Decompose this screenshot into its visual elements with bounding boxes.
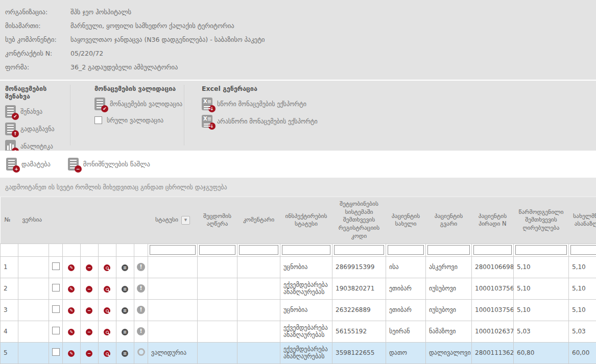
row-personal-n-cell: 28001066980 [472,256,514,278]
info-row-subcomponent: სუბ კომპონენტი: საყოველთაო ჯანდაცვა (N36… [5,36,65,43]
row-first-name-cell: ისა [386,256,426,278]
export-valid-button[interactable]: ↓ სწორი მონაცემების ექსპორტი [202,98,355,110]
validate-button[interactable]: ✔ მონაცემების ვალიდაცია [94,98,184,110]
full-validation-option: სრული ვალიდაცია [94,116,184,124]
case-cost-filter-input[interactable] [515,245,567,255]
add-row-button[interactable]: + დამატება [6,158,51,171]
reg-code-filter-input[interactable] [334,245,384,255]
row-case-cost-cell: 5,10 [514,256,569,278]
export-valid-label: სწორი მონაცემების ექსპორტი [217,101,306,108]
row-status-cell [148,299,198,321]
row-error-cell [198,278,237,299]
status-filter-input[interactable] [150,245,196,255]
info-row-organization: ორგანიზაცია: შპს ჯეო ჰოსპიტალს [5,8,65,16]
send-button[interactable]: ↑ გადაგზავნა [5,123,70,135]
filter-cell-empty [134,244,148,256]
inspection-filter-input[interactable] [282,245,330,255]
subcomponent-label: სუბ კომპონენტი: [5,36,65,43]
row-first-name-cell: ეთიბარ [386,299,426,321]
col-header-delete [81,197,99,244]
excel-file-icon: ↓ [202,98,212,110]
delete-selected-button[interactable]: − მონიშნულების წაშლა [68,158,150,171]
row-num-cell: 5 [1,342,18,363]
down-arrow-badge-icon: ↓ [208,105,216,112]
col-header-last-name[interactable]: პაციენტის გვარი [426,197,472,244]
row-num-cell: 4 [1,321,18,342]
export-invalid-label: არასწორი მონაცემების ექსპორტი [217,118,318,125]
status-filter-dropdown-button[interactable]: ▼ [181,216,190,225]
full-validation-checkbox[interactable] [94,116,102,124]
personal-n-filter-input[interactable] [473,245,512,255]
table-row[interactable]: 1 ✎ − ≡ ! უცნობია 2869915399 ისა ასკეროვ… [1,256,596,278]
table-row[interactable]: 4 ✎ − ≡ ! ექვემდებარება ანაზღაურებას 561… [1,321,596,342]
col-header-error[interactable]: შეცდომის აღწერა [198,197,237,244]
row-last-name-cell: ნამაზოვი [426,321,472,342]
magnifier-badge-icon [104,350,110,357]
program-amount-filter-input[interactable] [570,245,596,255]
row-case-cost-cell: 60,80 [514,342,569,363]
group-by-dropzone[interactable]: გადმოიტანეთ ის სვეტი რომლის მიხედვითაც გ… [0,178,596,197]
col-header-num[interactable]: № [1,197,18,244]
contract-n-label: კონტრაქტის N: [5,50,65,57]
add-document-icon: + [6,158,17,171]
validate-button-label: მონაცემების ვალიდაცია [110,101,182,108]
row-personal-n-cell: 28001113622 [472,342,514,363]
subcomponent-value: საყოველთაო ჯანდაცვა (N36 დადგენილება) - … [70,36,265,43]
export-invalid-button[interactable]: ↓ არასწორი მონაცემების ექსპორტი [202,115,355,128]
filter-cell-empty [63,244,81,256]
first-name-filter-input[interactable] [388,245,424,255]
row-case-cost-cell: 5,10 [514,299,569,321]
row-select-checkbox[interactable] [52,348,60,356]
section-excel-title: Excel გენერაცია [202,85,355,92]
status-column-label: სტატუსი [155,216,178,224]
add-row-label: დამატება [21,160,51,168]
actions-panel: მონაცემების შენახვა ✔ შენახვა ↑ გადაგზავ… [0,81,596,151]
error-filter-input[interactable] [199,245,235,255]
row-personal-n-cell: 10001037566 [472,278,514,299]
row-program-amount-cell: 5,10 [569,256,596,278]
form-value: 36_2 გადაუდებელი ამბულატორია [70,63,178,71]
row-inspection-cell: ექვემდებარება ანაზღაურებას [280,342,332,363]
plus-badge-icon: + [13,165,20,173]
row-select-checkbox[interactable] [52,305,60,313]
table-row[interactable]: 2 ✎ − ≡ ! ექვემდებარება ანაზღაურებას 190… [1,278,596,299]
row-version-cell [18,299,49,321]
contract-info-panel: ორგანიზაცია: შპს ჯეო ჰოსპიტალს მისამართი… [0,0,596,80]
col-header-reg-code[interactable]: შეტყობინების სისტემაში შემთხვევის რეგისტ… [332,197,386,244]
col-header-inspection[interactable]: ინსპექტირების სტატუსი [280,197,332,244]
col-header-view [99,197,116,244]
col-header-status[interactable]: სტატუსი ▼ [148,197,198,244]
save-button-label: შენახვა [20,108,42,115]
row-select-checkbox[interactable] [52,327,60,334]
save-button[interactable]: ✔ შენახვა [5,105,70,118]
table-row[interactable]: 3 ✎ − ≡ ! უცნობია 263226889 ეთიბარ იუსუბ… [1,299,596,321]
table-row[interactable]: 5 ✎ − ≡ ვალიდურია ექვემდებარება ანაზღაურ… [1,342,596,363]
comment-filter-input[interactable] [239,245,278,255]
col-header-personal-n[interactable]: პაციენტის პირადი N [472,197,514,244]
col-header-comment[interactable]: კომენტარი [237,197,280,244]
row-last-name-cell: იუსუბოვი [426,299,472,321]
filter-cell-empty [116,244,134,256]
row-version-cell [18,256,49,278]
minus-badge-icon: − [75,165,82,173]
col-header-program-amount[interactable]: სახელმწიფო პროგრამით ასანაზღაურებელი თან… [569,197,596,244]
magnifier-badge-icon [104,286,110,293]
valid-ring-icon [137,348,145,356]
row-status-cell [148,321,198,342]
row-first-name-cell: დათო [386,342,426,363]
claims-page: ორგანიზაცია: შპს ჯეო ჰოსპიტალს მისამართი… [0,0,596,364]
row-select-checkbox[interactable] [52,262,60,270]
row-select-checkbox[interactable] [52,284,60,292]
col-header-case-cost[interactable]: წარმოდგენილი შემთხვევის ღირებულება [514,197,569,244]
col-header-version[interactable]: ვერსია [18,197,49,244]
row-personal-n-cell: 10001026379 [472,321,514,342]
section-excel: Excel გენერაცია ↓ სწორი მონაცემების ექსპ… [202,85,355,145]
section-validation-title: მონაცემების ვალიდაცია [94,85,184,92]
row-inspection-cell: ექვემდებარება ანაზღაურებას [280,278,332,299]
col-header-first-name[interactable]: პაციენტის სახელი [386,197,426,244]
address-value: მარნეული, ყოფილი სამხედრო ქალაქის ტერიტო… [70,22,234,30]
row-status-cell: ვალიდურია [148,342,198,363]
row-status-cell [148,278,198,299]
row-program-amount-cell: 5,10 [569,299,596,321]
last-name-filter-input[interactable] [427,245,470,255]
